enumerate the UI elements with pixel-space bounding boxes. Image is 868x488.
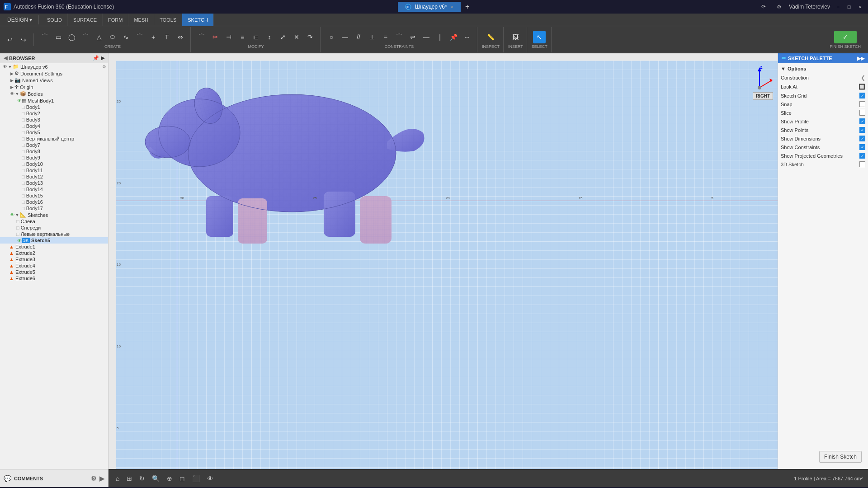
sym-tool[interactable]: ⇌ [406, 31, 419, 43]
rect-tool[interactable]: ▭ [52, 31, 65, 43]
collinear-tool[interactable]: — [339, 31, 351, 43]
tree-arrow-origin[interactable]: ▶ [9, 85, 14, 89]
nav-icon-render[interactable]: ⬛ [190, 474, 202, 483]
tree-sketch5[interactable]: 👁 SK Sketch5 [0, 237, 108, 244]
tang-tool[interactable]: ⌒ [393, 31, 406, 43]
tree-named-views[interactable]: ▶ 📷 Named Views [0, 77, 108, 84]
comments-expand-btn[interactable]: ▶ [99, 475, 104, 482]
tree-sketch-levye[interactable]: □Левые вертикальные [0, 231, 108, 237]
tree-extrude2[interactable]: ▲Extrude2 [0, 250, 108, 256]
arc-tool[interactable]: ⌒ [79, 31, 92, 43]
checkbox-projected[interactable]: ✓ [859, 153, 865, 159]
workspace-mesh[interactable]: MESH [128, 14, 154, 26]
inspect-tool[interactable]: 📏 [485, 31, 497, 43]
tree-arrow-root[interactable]: ▼ [7, 65, 13, 69]
perp-tool[interactable]: ⊥ [366, 31, 378, 43]
tree-body10[interactable]: □Body10 [0, 161, 108, 167]
fix-tool[interactable]: 📌 [447, 31, 460, 43]
tree-body8[interactable]: □Body8 [0, 148, 108, 155]
horiz-tool[interactable]: — [420, 31, 433, 43]
checkbox-constraints[interactable]: ✓ [859, 144, 865, 150]
spline-tool[interactable]: ∿ [120, 31, 132, 43]
tree-body16[interactable]: □Body16 [0, 199, 108, 205]
tree-arrow-bodies[interactable]: ▼ [14, 92, 20, 96]
select-tool[interactable]: ↖ [533, 31, 546, 43]
stretch-tool[interactable]: ⤢ [277, 31, 289, 43]
tree-body2[interactable]: □Body2 [0, 110, 108, 117]
tree-body3[interactable]: □Body3 [0, 117, 108, 123]
redo-btn[interactable]: ↪ [17, 33, 30, 46]
tree-sketch-spereди[interactable]: □Спереди [0, 225, 108, 231]
section-arrow[interactable]: ▼ [781, 66, 786, 71]
break-tool[interactable]: ≡ [236, 31, 249, 43]
tree-body4[interactable]: □Body4 [0, 123, 108, 129]
tree-body17[interactable]: □Body17 [0, 205, 108, 211]
lookat-icon[interactable]: 🔲 [859, 84, 865, 90]
workspace-solid[interactable]: SOLID [42, 14, 68, 26]
copy-tool[interactable]: ↷ [304, 31, 316, 43]
polygon-tool[interactable]: △ [93, 31, 105, 43]
dim-tool[interactable]: ↔ [461, 31, 473, 43]
checkbox-snap[interactable] [859, 101, 865, 107]
design-dropdown[interactable]: DESIGN ▾ [4, 16, 36, 24]
maximize-btn[interactable]: □ [844, 2, 854, 11]
finish-sketch-tool-btn[interactable]: ✓ [834, 31, 857, 43]
nav-btn-2[interactable]: ⚙ [773, 3, 785, 11]
tree-sketch-sleva[interactable]: □Слева [0, 218, 108, 225]
tree-root[interactable]: 👁 ▼ 📁 Шнауцер v6 ⚙ [0, 63, 108, 70]
tree-bodies[interactable]: 👁 ▼ 📦 Bodies [0, 90, 108, 97]
checkbox-profile[interactable]: ✓ [859, 118, 865, 124]
tree-eye-sketches[interactable]: 👁 [10, 212, 14, 217]
line-tool[interactable]: ⌒ [38, 31, 51, 43]
tree-eye-root[interactable]: 👁 [3, 64, 7, 69]
offset-tool[interactable]: ⊏ [250, 31, 262, 43]
tree-eye-mesh[interactable]: 👁 [17, 98, 22, 103]
nav-icon-vis[interactable]: 👁 [205, 474, 215, 483]
tab-close-btn[interactable]: × [451, 4, 453, 9]
workspace-surface[interactable]: SURFACE [68, 14, 103, 26]
checkbox-dimensions[interactable]: ✓ [859, 136, 865, 141]
conic-tool[interactable]: ⌒ [133, 31, 146, 43]
tree-origin[interactable]: ▶ ✛ Origin [0, 84, 108, 90]
undo-btn[interactable]: ↩ [4, 33, 16, 46]
workspace-sketch[interactable]: SKETCH [182, 14, 214, 26]
tree-vert-center[interactable]: □Вертикальный центр [0, 136, 108, 142]
browser-pin-btn[interactable]: 📌 [93, 55, 99, 61]
nav-icon-home[interactable]: ⌂ [114, 474, 121, 483]
tree-body14[interactable]: □Body14 [0, 186, 108, 192]
new-tab-btn[interactable]: + [461, 1, 474, 13]
nav-icon-zoom-in[interactable]: ⊕ [165, 474, 174, 483]
tree-extrude6[interactable]: ▲Extrude6 [0, 275, 108, 282]
tree-eye-sk5[interactable]: 👁 [17, 238, 22, 243]
fillet-tool[interactable]: ⌒ [195, 31, 208, 43]
circle-tool[interactable]: ◯ [66, 31, 78, 43]
viewport[interactable]: 252015105 302520155 Z RIGHT [108, 53, 778, 469]
palette-expand-btn[interactable]: ▶▶ [857, 56, 864, 61]
tree-body15[interactable]: □Body15 [0, 192, 108, 199]
checkbox-slice[interactable] [859, 110, 865, 116]
tree-arrow-doc[interactable]: ▶ [9, 71, 14, 76]
tree-arrow-sketches[interactable]: ▼ [14, 213, 20, 217]
tree-doc-settings[interactable]: ▶ ⚙ Document Settings [0, 70, 108, 77]
workspace-tools[interactable]: TOOLS [154, 14, 182, 26]
insert-img-tool[interactable]: 🖼 [509, 31, 522, 43]
tree-extrude5[interactable]: ▲Extrude5 [0, 269, 108, 275]
tree-extrude3[interactable]: ▲Extrude3 [0, 256, 108, 263]
nav-icon-zoom[interactable]: 🔍 [150, 474, 161, 483]
tree-meshbody1[interactable]: 👁 ▦ MeshBody1 [0, 97, 108, 104]
close-btn[interactable]: × [855, 2, 864, 11]
point-tool[interactable]: + [147, 31, 160, 43]
tree-eye-bodies[interactable]: 👁 [10, 91, 14, 96]
minimize-btn[interactable]: − [834, 2, 843, 11]
checkbox-points[interactable]: ✓ [859, 127, 865, 133]
parallel-tool[interactable]: // [352, 31, 365, 43]
vert-tool[interactable]: | [434, 31, 446, 43]
finish-sketch-btn[interactable]: Finish Sketch [819, 451, 862, 463]
browser-expand-btn[interactable]: ▶ [101, 55, 104, 61]
tree-body13[interactable]: □Body13 [0, 180, 108, 186]
checkbox-3d[interactable] [859, 161, 865, 167]
comments-settings-btn[interactable]: ⚙ [91, 475, 97, 482]
tree-body11[interactable]: □Body11 [0, 167, 108, 174]
text-tool[interactable]: T [160, 31, 173, 43]
ellipse-tool[interactable]: ⬭ [106, 31, 119, 43]
